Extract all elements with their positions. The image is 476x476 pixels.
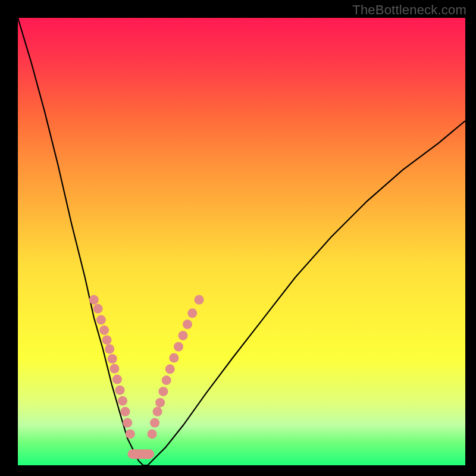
highlight-dot-right — [178, 331, 188, 340]
highlight-dot-left — [102, 335, 112, 345]
highlight-dot-left — [89, 295, 99, 305]
highlight-dot-right — [162, 375, 171, 385]
highlight-dot-right — [169, 353, 178, 363]
highlight-dot-left — [118, 396, 127, 406]
highlight-dot-right — [165, 364, 175, 374]
highlight-dot-left — [93, 304, 103, 314]
highlight-dot-left — [121, 407, 130, 416]
highlight-dot-left — [126, 429, 135, 439]
watermark-label: TheBottleneck.com — [352, 2, 466, 18]
highlight-dot-right — [183, 320, 192, 329]
highlight-dot-left — [108, 354, 117, 364]
highlight-dot-left — [123, 418, 132, 428]
highlight-dot-right — [174, 342, 183, 352]
highlight-dot-left — [109, 364, 119, 374]
highlight-dot-right — [187, 308, 197, 318]
highlight-dot-right — [158, 387, 168, 396]
highlight-dot-left — [99, 325, 109, 335]
highlight-dots-group — [89, 295, 204, 439]
highlight-dot-right — [153, 407, 162, 416]
highlight-dot-right — [155, 398, 165, 408]
highlight-dot-left — [115, 386, 125, 395]
plot-area — [18, 18, 465, 465]
curve-svg — [18, 18, 465, 465]
highlight-dot-right — [150, 418, 159, 428]
bottleneck-curve — [18, 18, 465, 465]
curve-path-group — [18, 18, 465, 465]
highlight-dot-left — [112, 375, 122, 384]
highlight-dot-left — [105, 345, 114, 354]
chart-canvas: TheBottleneck.com — [0, 0, 476, 476]
highlight-dot-right — [195, 295, 204, 305]
highlight-dot-left — [96, 315, 106, 325]
highlight-dot-right — [148, 429, 157, 439]
